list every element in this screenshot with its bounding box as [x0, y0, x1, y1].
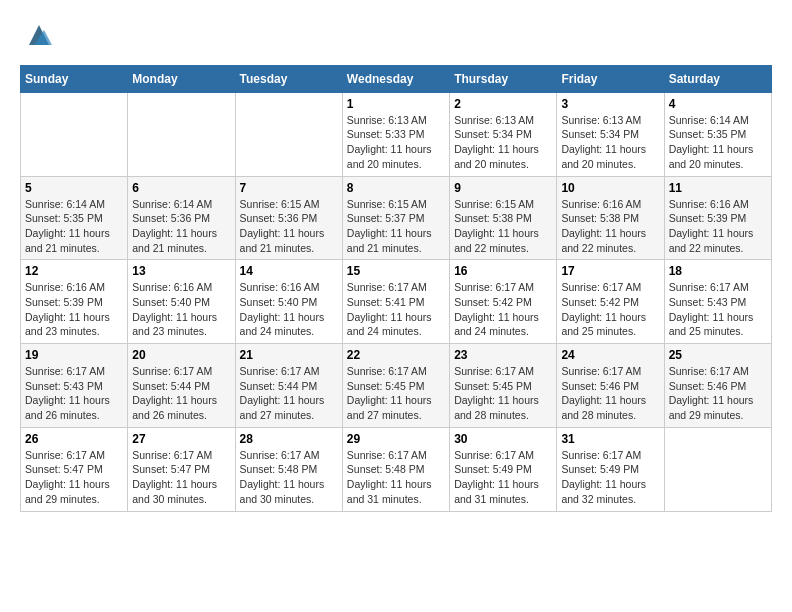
calendar-day-cell: 19Sunrise: 6:17 AMSunset: 5:43 PMDayligh…: [21, 344, 128, 428]
calendar-day-cell: 21Sunrise: 6:17 AMSunset: 5:44 PMDayligh…: [235, 344, 342, 428]
page-header: [20, 20, 772, 55]
logo: [20, 20, 54, 55]
calendar-day-cell: 20Sunrise: 6:17 AMSunset: 5:44 PMDayligh…: [128, 344, 235, 428]
calendar-day-cell: 29Sunrise: 6:17 AMSunset: 5:48 PMDayligh…: [342, 427, 449, 511]
calendar-day-cell: 1Sunrise: 6:13 AMSunset: 5:33 PMDaylight…: [342, 92, 449, 176]
day-number: 22: [347, 348, 445, 362]
calendar-week-row: 5Sunrise: 6:14 AMSunset: 5:35 PMDaylight…: [21, 176, 772, 260]
calendar-day-cell: 2Sunrise: 6:13 AMSunset: 5:34 PMDaylight…: [450, 92, 557, 176]
calendar-day-cell: 15Sunrise: 6:17 AMSunset: 5:41 PMDayligh…: [342, 260, 449, 344]
day-number: 25: [669, 348, 767, 362]
day-number: 19: [25, 348, 123, 362]
day-info: Sunrise: 6:17 AMSunset: 5:43 PMDaylight:…: [25, 364, 123, 423]
day-number: 31: [561, 432, 659, 446]
day-info: Sunrise: 6:17 AMSunset: 5:42 PMDaylight:…: [561, 280, 659, 339]
calendar-week-row: 12Sunrise: 6:16 AMSunset: 5:39 PMDayligh…: [21, 260, 772, 344]
calendar-day-cell: 8Sunrise: 6:15 AMSunset: 5:37 PMDaylight…: [342, 176, 449, 260]
day-number: 21: [240, 348, 338, 362]
calendar-week-row: 19Sunrise: 6:17 AMSunset: 5:43 PMDayligh…: [21, 344, 772, 428]
calendar-day-cell: 13Sunrise: 6:16 AMSunset: 5:40 PMDayligh…: [128, 260, 235, 344]
day-info: Sunrise: 6:14 AMSunset: 5:36 PMDaylight:…: [132, 197, 230, 256]
day-info: Sunrise: 6:17 AMSunset: 5:46 PMDaylight:…: [561, 364, 659, 423]
weekday-header-thursday: Thursday: [450, 65, 557, 92]
day-info: Sunrise: 6:14 AMSunset: 5:35 PMDaylight:…: [25, 197, 123, 256]
day-info: Sunrise: 6:17 AMSunset: 5:49 PMDaylight:…: [454, 448, 552, 507]
day-number: 29: [347, 432, 445, 446]
calendar-day-cell: 3Sunrise: 6:13 AMSunset: 5:34 PMDaylight…: [557, 92, 664, 176]
calendar-week-row: 1Sunrise: 6:13 AMSunset: 5:33 PMDaylight…: [21, 92, 772, 176]
day-info: Sunrise: 6:17 AMSunset: 5:45 PMDaylight:…: [347, 364, 445, 423]
day-info: Sunrise: 6:16 AMSunset: 5:39 PMDaylight:…: [669, 197, 767, 256]
day-info: Sunrise: 6:17 AMSunset: 5:42 PMDaylight:…: [454, 280, 552, 339]
day-info: Sunrise: 6:17 AMSunset: 5:48 PMDaylight:…: [347, 448, 445, 507]
calendar-day-cell: 14Sunrise: 6:16 AMSunset: 5:40 PMDayligh…: [235, 260, 342, 344]
day-info: Sunrise: 6:14 AMSunset: 5:35 PMDaylight:…: [669, 113, 767, 172]
calendar-day-cell: 23Sunrise: 6:17 AMSunset: 5:45 PMDayligh…: [450, 344, 557, 428]
day-info: Sunrise: 6:15 AMSunset: 5:37 PMDaylight:…: [347, 197, 445, 256]
calendar-empty-cell: [664, 427, 771, 511]
day-number: 7: [240, 181, 338, 195]
calendar-day-cell: 9Sunrise: 6:15 AMSunset: 5:38 PMDaylight…: [450, 176, 557, 260]
calendar-day-cell: 31Sunrise: 6:17 AMSunset: 5:49 PMDayligh…: [557, 427, 664, 511]
day-number: 14: [240, 264, 338, 278]
day-info: Sunrise: 6:17 AMSunset: 5:43 PMDaylight:…: [669, 280, 767, 339]
calendar-empty-cell: [235, 92, 342, 176]
calendar-day-cell: 24Sunrise: 6:17 AMSunset: 5:46 PMDayligh…: [557, 344, 664, 428]
calendar-day-cell: 12Sunrise: 6:16 AMSunset: 5:39 PMDayligh…: [21, 260, 128, 344]
calendar-empty-cell: [21, 92, 128, 176]
day-info: Sunrise: 6:13 AMSunset: 5:34 PMDaylight:…: [454, 113, 552, 172]
calendar-day-cell: 5Sunrise: 6:14 AMSunset: 5:35 PMDaylight…: [21, 176, 128, 260]
calendar-day-cell: 25Sunrise: 6:17 AMSunset: 5:46 PMDayligh…: [664, 344, 771, 428]
weekday-header-monday: Monday: [128, 65, 235, 92]
weekday-header-tuesday: Tuesday: [235, 65, 342, 92]
day-info: Sunrise: 6:13 AMSunset: 5:33 PMDaylight:…: [347, 113, 445, 172]
calendar-day-cell: 16Sunrise: 6:17 AMSunset: 5:42 PMDayligh…: [450, 260, 557, 344]
day-number: 30: [454, 432, 552, 446]
day-info: Sunrise: 6:17 AMSunset: 5:47 PMDaylight:…: [132, 448, 230, 507]
day-info: Sunrise: 6:15 AMSunset: 5:38 PMDaylight:…: [454, 197, 552, 256]
logo-icon: [24, 20, 54, 50]
day-number: 26: [25, 432, 123, 446]
calendar-day-cell: 17Sunrise: 6:17 AMSunset: 5:42 PMDayligh…: [557, 260, 664, 344]
calendar-day-cell: 26Sunrise: 6:17 AMSunset: 5:47 PMDayligh…: [21, 427, 128, 511]
calendar-empty-cell: [128, 92, 235, 176]
calendar-day-cell: 27Sunrise: 6:17 AMSunset: 5:47 PMDayligh…: [128, 427, 235, 511]
day-info: Sunrise: 6:17 AMSunset: 5:44 PMDaylight:…: [240, 364, 338, 423]
day-number: 3: [561, 97, 659, 111]
day-number: 23: [454, 348, 552, 362]
day-info: Sunrise: 6:17 AMSunset: 5:48 PMDaylight:…: [240, 448, 338, 507]
weekday-header-saturday: Saturday: [664, 65, 771, 92]
weekday-header-sunday: Sunday: [21, 65, 128, 92]
day-number: 13: [132, 264, 230, 278]
calendar-day-cell: 4Sunrise: 6:14 AMSunset: 5:35 PMDaylight…: [664, 92, 771, 176]
calendar-day-cell: 11Sunrise: 6:16 AMSunset: 5:39 PMDayligh…: [664, 176, 771, 260]
calendar-day-cell: 18Sunrise: 6:17 AMSunset: 5:43 PMDayligh…: [664, 260, 771, 344]
day-number: 18: [669, 264, 767, 278]
day-number: 17: [561, 264, 659, 278]
calendar-day-cell: 22Sunrise: 6:17 AMSunset: 5:45 PMDayligh…: [342, 344, 449, 428]
day-number: 8: [347, 181, 445, 195]
day-number: 28: [240, 432, 338, 446]
day-number: 6: [132, 181, 230, 195]
day-number: 5: [25, 181, 123, 195]
day-number: 16: [454, 264, 552, 278]
day-number: 24: [561, 348, 659, 362]
day-info: Sunrise: 6:17 AMSunset: 5:41 PMDaylight:…: [347, 280, 445, 339]
day-info: Sunrise: 6:13 AMSunset: 5:34 PMDaylight:…: [561, 113, 659, 172]
day-number: 27: [132, 432, 230, 446]
day-info: Sunrise: 6:15 AMSunset: 5:36 PMDaylight:…: [240, 197, 338, 256]
day-info: Sunrise: 6:16 AMSunset: 5:39 PMDaylight:…: [25, 280, 123, 339]
day-info: Sunrise: 6:17 AMSunset: 5:45 PMDaylight:…: [454, 364, 552, 423]
day-info: Sunrise: 6:17 AMSunset: 5:49 PMDaylight:…: [561, 448, 659, 507]
calendar-day-cell: 30Sunrise: 6:17 AMSunset: 5:49 PMDayligh…: [450, 427, 557, 511]
day-info: Sunrise: 6:16 AMSunset: 5:40 PMDaylight:…: [132, 280, 230, 339]
calendar-header-row: SundayMondayTuesdayWednesdayThursdayFrid…: [21, 65, 772, 92]
day-number: 20: [132, 348, 230, 362]
weekday-header-friday: Friday: [557, 65, 664, 92]
day-number: 2: [454, 97, 552, 111]
day-number: 1: [347, 97, 445, 111]
day-number: 10: [561, 181, 659, 195]
day-info: Sunrise: 6:17 AMSunset: 5:44 PMDaylight:…: [132, 364, 230, 423]
calendar-day-cell: 7Sunrise: 6:15 AMSunset: 5:36 PMDaylight…: [235, 176, 342, 260]
day-number: 11: [669, 181, 767, 195]
